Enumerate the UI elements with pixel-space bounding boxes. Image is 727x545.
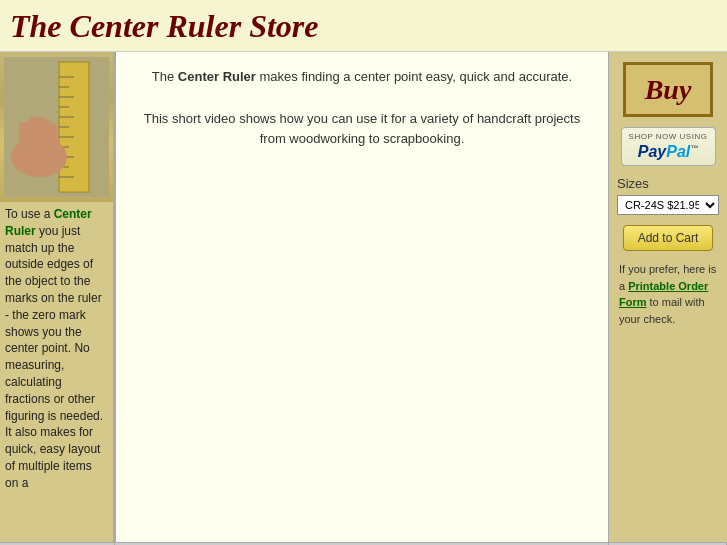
- sizes-label: Sizes: [617, 176, 719, 191]
- svg-rect-18: [49, 124, 57, 144]
- paypal-pay-text: Pay: [638, 143, 666, 160]
- sidebar-intro-text1: To use a: [5, 207, 54, 221]
- page-header: The Center Ruler Store: [0, 0, 727, 52]
- right-sidebar[interactable]: Buy SHOP NOW USING PayPal™ Sizes CR-24S …: [609, 52, 727, 542]
- main-layout: To use a Center Ruler you just match up …: [0, 52, 727, 542]
- add-to-cart-label: Add to Cart: [638, 231, 699, 245]
- size-select[interactable]: CR-24S $21.95: [617, 195, 719, 215]
- paypal-logo: PayPal™: [627, 143, 710, 161]
- buy-box: Buy: [623, 62, 713, 117]
- sidebar-text: To use a Center Ruler you just match up …: [0, 202, 113, 496]
- printable-section: If you prefer, here is a Printable Order…: [617, 261, 719, 327]
- paypal-pal-text: Pal: [666, 143, 690, 160]
- center-scrollable[interactable]: The Center Ruler makes finding a center …: [116, 52, 608, 542]
- sizes-section: Sizes CR-24S $21.95: [617, 176, 719, 215]
- svg-rect-17: [39, 119, 47, 144]
- center-para2: This short video shows how you can use i…: [136, 109, 588, 151]
- center-content: The Center Ruler makes finding a center …: [115, 52, 609, 542]
- center-video-area: [136, 165, 588, 445]
- sidebar-intro-text2: you just match up the outside edges of t…: [5, 224, 103, 490]
- center-intro-text: The Center Ruler makes finding a center …: [136, 67, 588, 150]
- center-para1: The Center Ruler makes finding a center …: [136, 67, 588, 88]
- paypal-shop-text: SHOP NOW USING: [627, 132, 710, 141]
- ruler-illustration: [4, 57, 109, 197]
- buy-label: Buy: [645, 74, 692, 106]
- paypal-tm: ™: [690, 144, 698, 153]
- svg-rect-16: [29, 117, 37, 144]
- add-to-cart-button[interactable]: Add to Cart: [623, 225, 713, 251]
- svg-rect-15: [19, 122, 27, 144]
- paypal-button[interactable]: SHOP NOW USING PayPal™: [621, 127, 716, 166]
- ruler-image: [0, 52, 113, 202]
- page-title: The Center Ruler Store: [10, 8, 717, 45]
- left-sidebar: To use a Center Ruler you just match up …: [0, 52, 115, 542]
- left-sidebar-scrollable[interactable]: To use a Center Ruler you just match up …: [0, 52, 113, 542]
- center-ruler-bold: Center Ruler: [178, 69, 256, 84]
